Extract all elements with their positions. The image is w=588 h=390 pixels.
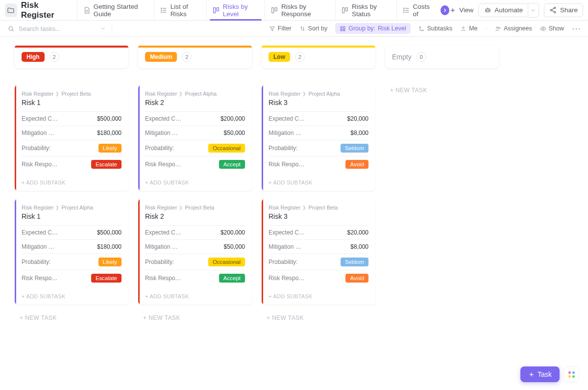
board-view-icon: [341, 6, 349, 15]
probability-tag[interactable]: Likely: [98, 258, 122, 266]
svg-point-27: [551, 9, 552, 11]
task-card[interactable]: Risk Register ❯ Project Alpha Risk 2 Exp…: [138, 85, 252, 191]
filter-button[interactable]: Filter: [269, 25, 292, 32]
sort-label: Sort by: [308, 25, 328, 32]
view-tabs: Getting Started Guide List of Risks Risk…: [77, 0, 439, 20]
view-tab-label: Risks by Level: [223, 3, 259, 18]
svg-point-45: [499, 27, 500, 28]
task-card[interactable]: Risk Register ❯ Project Beta Risk 3 Expe…: [262, 199, 375, 305]
field-label: Mitigation …: [22, 130, 54, 136]
search-options-dropdown[interactable]: [100, 26, 106, 31]
new-task-button[interactable]: + NEW TASK: [138, 312, 252, 323]
chevron-right-icon: ❯: [302, 205, 306, 210]
view-tab[interactable]: List of Risks: [154, 0, 206, 20]
new-task-button[interactable]: + NEW TASK: [15, 312, 128, 323]
group-by-button[interactable]: Group by: Risk Level: [335, 23, 411, 34]
breadcrumb[interactable]: Risk Register ❯ Project Beta: [22, 91, 122, 97]
risk-response-tag[interactable]: Escalate: [91, 160, 122, 169]
column-header[interactable]: Medium 2: [138, 46, 252, 68]
svg-rect-37: [341, 29, 342, 30]
breadcrumb[interactable]: Risk Register ❯ Project Beta: [269, 205, 368, 210]
expected-cost-value: $200,000: [220, 115, 245, 122]
show-button[interactable]: Show: [540, 25, 564, 32]
subtasks-button[interactable]: Subtasks: [418, 25, 452, 32]
add-subtask-button[interactable]: + ADD SUBTASK: [15, 289, 128, 305]
top-nav: Risk Register Getting Started Guide List…: [0, 0, 588, 21]
divider: [112, 24, 112, 33]
breadcrumb[interactable]: Risk Register ❯ Project Alpha: [269, 91, 368, 97]
svg-point-7: [161, 12, 161, 12]
svg-point-41: [422, 29, 423, 30]
card-project-accent: [138, 199, 140, 305]
automate-button[interactable]: Automate: [478, 3, 528, 17]
mitigation-value: $50,000: [224, 130, 245, 136]
task-card[interactable]: Risk Register ❯ Project Alpha Risk 3 Exp…: [262, 85, 375, 191]
column-header[interactable]: Empty 0: [385, 46, 499, 68]
board-column-high: High 2 Risk Register ❯ Project Beta Risk…: [15, 46, 128, 323]
task-title: Risk 2: [145, 212, 245, 220]
view-tab[interactable]: Getting Started Guide: [77, 0, 154, 20]
search-input[interactable]: [19, 25, 87, 32]
field-label: Mitigation …: [145, 130, 178, 136]
task-card[interactable]: Risk Register ❯ Project Beta Risk 2 Expe…: [138, 199, 252, 305]
sort-button[interactable]: Sort by: [299, 25, 328, 32]
field-label: Mitigation …: [269, 243, 301, 250]
svg-point-6: [161, 10, 161, 10]
dot-separator: ·: [486, 25, 487, 32]
risk-response-tag[interactable]: Avoid: [345, 160, 368, 169]
breadcrumb-root: Risk Register: [145, 91, 177, 97]
view-tab[interactable]: Risks by Response: [265, 0, 335, 20]
new-task-button[interactable]: + NEW TASK: [262, 312, 375, 323]
automate-dropdown[interactable]: [528, 3, 539, 18]
view-tab-label: Costs of: [413, 3, 434, 18]
breadcrumb[interactable]: Risk Register ❯ Project Alpha: [22, 205, 122, 210]
svg-rect-12: [343, 7, 344, 13]
tabs-overflow-button[interactable]: [441, 5, 449, 15]
assignees-button[interactable]: Assignees: [495, 25, 532, 32]
column-header[interactable]: Low 2: [262, 46, 375, 68]
field-label: Risk Respo…: [269, 275, 304, 282]
probability-tag[interactable]: Seldom: [341, 144, 368, 153]
view-tab-label: Risks by Status: [352, 3, 391, 18]
svg-rect-35: [341, 26, 342, 28]
share-button[interactable]: Share: [544, 3, 583, 17]
risk-response-tag[interactable]: Escalate: [91, 274, 122, 283]
view-tab[interactable]: Risks by Level: [206, 0, 265, 20]
probability-tag[interactable]: Likely: [98, 144, 122, 153]
task-card[interactable]: Risk Register ❯ Project Alpha Risk 1 Exp…: [15, 199, 128, 305]
search-icon[interactable]: [7, 25, 15, 32]
svg-point-23: [487, 10, 487, 11]
field-label: Probability:: [22, 145, 50, 152]
add-view-label: View: [459, 6, 473, 14]
add-subtask-button[interactable]: + ADD SUBTASK: [262, 175, 375, 191]
new-task-button[interactable]: + NEW TASK: [385, 85, 499, 96]
list-view-icon: [402, 6, 410, 15]
add-subtask-button[interactable]: + ADD SUBTASK: [15, 175, 128, 191]
automate-label: Automate: [494, 6, 523, 14]
risk-response-tag[interactable]: Avoid: [345, 274, 368, 283]
add-subtask-button[interactable]: + ADD SUBTASK: [138, 289, 252, 305]
add-subtask-button[interactable]: + ADD SUBTASK: [262, 289, 375, 305]
doc-view-icon: [83, 6, 91, 15]
view-tab[interactable]: Risks by Status: [335, 0, 396, 20]
probability-tag[interactable]: Occasional: [208, 258, 245, 266]
breadcrumb[interactable]: Risk Register ❯ Project Beta: [145, 205, 245, 210]
robot-icon: [484, 6, 491, 14]
column-header[interactable]: High 2: [15, 46, 128, 68]
probability-tag[interactable]: Occasional: [208, 144, 245, 153]
new-task-fab[interactable]: Task: [520, 366, 560, 382]
field-label: Risk Respo…: [22, 275, 57, 282]
risk-response-tag[interactable]: Accept: [219, 160, 245, 169]
view-tab[interactable]: Costs of: [396, 0, 439, 20]
me-filter-button[interactable]: Me: [460, 25, 477, 32]
add-subtask-button[interactable]: + ADD SUBTASK: [138, 175, 252, 191]
task-card[interactable]: Risk Register ❯ Project Beta Risk 1 Expe…: [15, 85, 128, 191]
more-options-button[interactable]: ⋯: [572, 23, 581, 34]
probability-tag[interactable]: Seldom: [341, 258, 368, 266]
apps-fab[interactable]: [564, 366, 579, 382]
breadcrumb[interactable]: Risk Register ❯ Project Alpha: [145, 91, 245, 97]
risk-response-tag[interactable]: Accept: [219, 274, 245, 283]
add-view-button[interactable]: View: [449, 6, 473, 14]
mitigation-value: $50,000: [224, 243, 245, 250]
svg-rect-8: [213, 7, 215, 13]
